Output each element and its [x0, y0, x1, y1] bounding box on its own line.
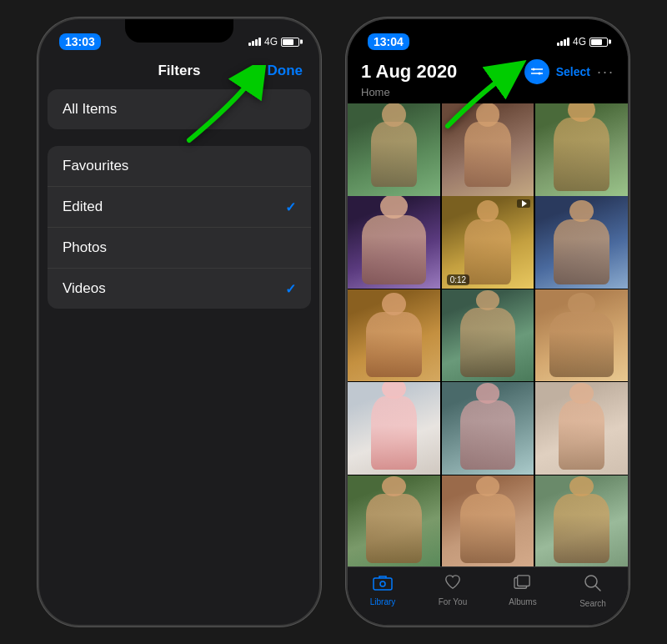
photos-subtitle: Home	[361, 86, 614, 98]
filter-check-edited: ✓	[285, 199, 296, 215]
photo-cell[interactable]	[535, 103, 628, 196]
photos-date: 1 Aug 2020	[361, 61, 457, 83]
tab-library[interactable]: Library	[348, 574, 418, 608]
filter-item-photos[interactable]: Photos	[48, 228, 311, 269]
photo-cell[interactable]	[535, 475, 628, 566]
phone1: 13:03 4G Filters Done	[38, 18, 321, 626]
battery-icon-2	[589, 38, 608, 47]
photo-cell[interactable]	[442, 289, 534, 382]
status-time-1: 13:03	[59, 33, 101, 50]
tab-albums[interactable]: Albums	[488, 574, 558, 608]
phone2-screen: 13:04 4G 1 Aug 2020	[348, 19, 628, 625]
notch1	[125, 19, 233, 43]
filter-label-videos: Videos	[63, 280, 106, 297]
photo-cell[interactable]	[348, 289, 440, 382]
search-icon	[584, 574, 602, 597]
battery-icon-1	[281, 38, 299, 47]
svg-rect-6	[374, 578, 392, 590]
video-duration: 0:12	[447, 274, 469, 285]
photo-cell[interactable]	[535, 382, 628, 475]
photo-cell[interactable]: 0:12	[442, 196, 534, 289]
filter-item-edited[interactable]: Edited ✓	[48, 187, 311, 228]
status-icons-1: 4G	[248, 36, 299, 48]
signal-bars-2	[557, 38, 569, 46]
all-items-label: All Items	[63, 101, 117, 117]
notch2	[434, 19, 542, 43]
albums-label: Albums	[509, 597, 536, 606]
photo-cell[interactable]	[348, 475, 440, 566]
filters-done-button[interactable]: Done	[268, 63, 303, 79]
tab-bar: Library For You Albums	[348, 566, 628, 625]
battery-fill-1	[283, 39, 293, 45]
filters-header: Filters Done	[39, 56, 319, 89]
photos-header: 1 Aug 2020 Select ··· Home	[348, 56, 628, 103]
filter-check-videos: ✓	[285, 281, 296, 297]
filters-title: Filters	[158, 63, 200, 79]
filter-label-edited: Edited	[63, 199, 103, 215]
filters-body: All Items Favourites Edited ✓ Photos Vid…	[39, 89, 319, 625]
filter-item-videos[interactable]: Videos ✓	[48, 269, 311, 309]
photo-cell[interactable]	[442, 382, 534, 475]
svg-point-7	[380, 581, 385, 586]
search-label: Search	[579, 599, 606, 608]
status-icons-2: 4G	[557, 36, 608, 48]
photo-cell[interactable]	[535, 196, 628, 289]
battery-fill-2	[591, 39, 602, 45]
photo-cell[interactable]	[442, 475, 534, 566]
albums-icon	[513, 574, 533, 596]
phone1-screen: 13:03 4G Filters Done	[39, 19, 319, 625]
filter-group: Favourites Edited ✓ Photos Videos ✓	[48, 146, 311, 309]
photos-actions: Select ···	[524, 59, 614, 84]
tab-foryou[interactable]: For You	[418, 574, 488, 608]
status-time-2: 13:04	[368, 33, 409, 50]
photo-cell[interactable]	[442, 103, 534, 196]
filter-button[interactable]	[524, 59, 549, 84]
photos-grid: 0:12	[348, 103, 628, 566]
signal-bars-1	[248, 38, 261, 46]
foryou-label: For You	[439, 597, 467, 606]
more-button[interactable]: ···	[597, 63, 614, 81]
svg-rect-9	[518, 576, 530, 586]
library-icon	[373, 574, 393, 596]
library-label: Library	[370, 597, 396, 606]
photo-cell[interactable]	[535, 289, 628, 382]
filter-label-photos: Photos	[63, 239, 107, 256]
select-button[interactable]: Select	[556, 65, 590, 78]
filter-label-favourites: Favourites	[63, 158, 128, 174]
tab-search[interactable]: Search	[558, 574, 628, 608]
photo-cell[interactable]	[348, 196, 440, 289]
filter-all-items[interactable]: All Items	[48, 89, 311, 129]
filter-item-favourites[interactable]: Favourites	[48, 146, 311, 187]
photos-header-top: 1 Aug 2020 Select ···	[361, 59, 614, 84]
photo-cell[interactable]	[348, 103, 440, 196]
phone2: 13:04 4G 1 Aug 2020	[346, 18, 629, 626]
network-label-2: 4G	[573, 36, 586, 48]
foryou-icon	[443, 574, 463, 596]
svg-line-11	[595, 586, 600, 591]
photo-cell[interactable]	[348, 382, 440, 475]
network-label-1: 4G	[264, 36, 278, 48]
